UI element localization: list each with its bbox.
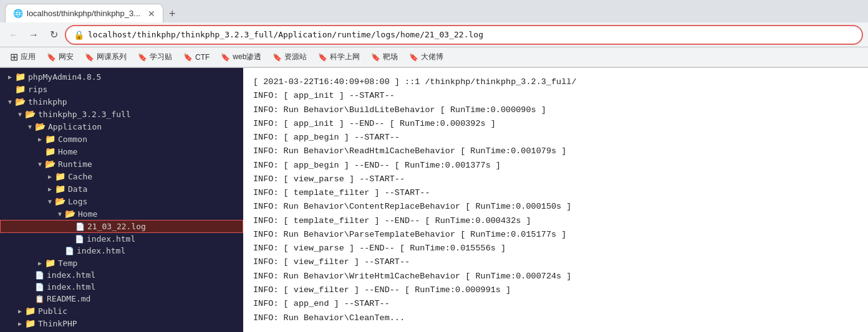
log-line: INFO: [ template_filter ] --START--: [253, 186, 858, 200]
tree-item-common[interactable]: ▶ 📁 Common: [0, 133, 243, 145]
label-home: Home: [58, 147, 77, 156]
bookmark-ctf[interactable]: 🔖 CTF: [178, 51, 215, 64]
folder-icon-target: 🔖: [371, 53, 380, 62]
back-button[interactable]: ←: [5, 26, 22, 44]
tab-label: localhost/thinkphp/thinkphp_3...: [27, 9, 140, 18]
tree-item-temp[interactable]: ▶ 📁 Temp: [0, 257, 243, 269]
folder-icon-temp: 📁: [45, 258, 55, 268]
folder-icon-runtime: 📂: [45, 159, 55, 169]
folder-icon-home: 📁: [45, 146, 55, 156]
tree-item-public[interactable]: ▶ 📁 Public: [0, 305, 243, 317]
address-url: localhost/thinkphp/thinkphp_3.2.3_full/A…: [88, 30, 483, 39]
bookmark-websec-label: 网安: [59, 52, 74, 62]
log-line: INFO: [ app_begin ] --END-- [ RunTime:0.…: [253, 159, 858, 173]
bookmark-vpn[interactable]: 🔖 科学上网: [313, 50, 365, 64]
tree-item-logs-home[interactable]: ▼ 📂 Home: [0, 207, 243, 220]
log-line: INFO: [ template_filter ] --END-- [ RunT…: [253, 214, 858, 228]
bookmark-webpen[interactable]: 🔖 web渗透: [216, 50, 266, 64]
folder-icon-thinkphp323: 📂: [25, 109, 36, 119]
arrow-runtime: ▼: [35, 161, 45, 168]
label-cache: Cache: [68, 172, 92, 181]
active-tab[interactable]: 🌐 localhost/thinkphp/thinkphp_3... ✕: [5, 4, 163, 22]
tree-item-runtime[interactable]: ▼ 📂 Runtime: [0, 158, 243, 170]
tree-item-application[interactable]: ▼ 📂 Application: [0, 120, 243, 133]
bookmark-master[interactable]: 🔖 大佬博: [404, 50, 448, 64]
arrow-cache: ▶: [45, 173, 55, 180]
log-line: INFO: Run Behavior\WriteHtmlCacheBehavio…: [253, 270, 858, 283]
address-bar[interactable]: 🔒 localhost/thinkphp/thinkphp_3.2.3_full…: [65, 25, 863, 45]
tree-item-thinkphp[interactable]: ▼ 📂 thinkphp: [0, 95, 243, 108]
tree-item-index-app2[interactable]: 📄 index.html: [0, 281, 243, 293]
label-common: Common: [58, 135, 87, 144]
forward-button[interactable]: →: [25, 26, 42, 44]
tab-close-button[interactable]: ✕: [148, 9, 155, 19]
label-index-logs: index.html: [77, 246, 125, 255]
log-content-area[interactable]: [ 2021-03-22T16:40:09+08:00 ] ::1 /think…: [243, 68, 868, 332]
arrow-logs: ▼: [45, 198, 55, 205]
label-index-home: index.html: [87, 234, 135, 244]
bookmark-study[interactable]: 🔖 学习贴: [133, 50, 177, 64]
log-line: INFO: [ app_end ] --START--: [253, 297, 858, 311]
tree-item-data[interactable]: ▶ 📁 Data: [0, 183, 243, 195]
tree-item-rips[interactable]: 📁 rips: [0, 83, 243, 95]
label-index-app1: index.html: [47, 270, 95, 280]
label-temp: Temp: [58, 258, 77, 268]
tree-item-readme[interactable]: 📋 README.md: [0, 293, 243, 305]
folder-icon-logs-home: 📂: [65, 209, 75, 219]
tree-item-logs[interactable]: ▼ 📂 Logs: [0, 195, 243, 207]
log-line: INFO: Run Behavior\CleanTem...: [253, 311, 858, 325]
bookmark-resources[interactable]: 🔖 资源站: [268, 50, 312, 64]
arrow-data: ▶: [45, 186, 55, 192]
label-readme: README.md: [47, 294, 90, 303]
arrow-phpmyadmin: ▶: [5, 74, 15, 80]
bookmark-courses[interactable]: 🔖 网课系列: [80, 50, 132, 64]
folder-icon-thinkphp: 📂: [15, 97, 26, 107]
tree-item-logfile[interactable]: 📄 21_03_22.log: [0, 220, 243, 233]
folder-icon-common: 📁: [45, 134, 55, 144]
log-line: INFO: [ view_filter ] --START--: [253, 255, 858, 269]
label-thinkphp: thinkphp: [28, 97, 67, 107]
folder-icon-courses: 🔖: [85, 53, 94, 62]
tree-item-home[interactable]: 📁 Home: [0, 145, 243, 158]
log-line: INFO: Run Behavior\ParseTemplateBehavior…: [253, 228, 858, 242]
label-rips: rips: [28, 85, 47, 94]
folder-icon-webpen: 🔖: [221, 53, 230, 62]
label-data: Data: [68, 184, 87, 194]
log-line: INFO: [ view_parse ] --START--: [253, 173, 858, 186]
folder-icon-logs: 📂: [55, 196, 65, 206]
arrow-public: ▶: [15, 308, 25, 315]
tree-item-phpmyadmin[interactable]: ▶ 📁 phpMyAdmin4.8.5: [0, 70, 243, 83]
bookmark-resources-label: 资源站: [284, 52, 307, 62]
folder-icon-cache: 📁: [55, 171, 65, 181]
log-line: INFO: [ app_begin ] --START--: [253, 131, 858, 145]
tree-item-index-app1[interactable]: 📄 index.html: [0, 269, 243, 281]
arrow-thinkphplib: ▶: [15, 320, 25, 327]
bookmark-apps-label: 应用: [21, 52, 36, 62]
label-thinkphp323: thinkphp_3.2.3_full: [38, 110, 131, 119]
tree-item-cache[interactable]: ▶ 📁 Cache: [0, 170, 243, 183]
folder-icon-study: 🔖: [138, 53, 147, 62]
bookmark-courses-label: 网课系列: [97, 52, 127, 62]
bookmark-websec[interactable]: 🔖 网安: [42, 50, 79, 64]
bookmark-master-label: 大佬博: [421, 52, 443, 62]
bookmark-target-label: 靶场: [383, 52, 398, 62]
html-file-icon-3: 📄: [35, 271, 44, 280]
new-tab-button[interactable]: +: [163, 5, 181, 22]
file-tree-sidebar[interactable]: ▶ 📁 phpMyAdmin4.8.5 📁 rips ▼ 📂 thinkphp …: [0, 68, 243, 332]
label-thinkphplib: ThinkPHP: [38, 319, 77, 328]
folder-icon-application: 📂: [35, 121, 46, 131]
arrow-temp: ▶: [35, 260, 45, 267]
folder-icon-vpn: 🔖: [318, 53, 327, 62]
browser-chrome: 🌐 localhost/thinkphp/thinkphp_3... ✕ + ←…: [0, 0, 868, 68]
tree-item-thinkphplib[interactable]: ▶ 📁 ThinkPHP: [0, 317, 243, 330]
folder-icon-data: 📁: [55, 184, 65, 194]
bookmark-apps[interactable]: ⊞ 应用: [5, 49, 41, 65]
tree-item-thinkphp323[interactable]: ▼ 📂 thinkphp_3.2.3_full: [0, 108, 243, 120]
tree-item-index-logs[interactable]: 📄 index.html: [0, 245, 243, 257]
tree-item-index-home[interactable]: 📄 index.html: [0, 233, 243, 245]
bookmark-target[interactable]: 🔖 靶场: [366, 50, 403, 64]
log-file-icon: 📄: [75, 222, 85, 231]
refresh-button[interactable]: ↻: [45, 26, 62, 44]
log-line: INFO: Run Behavior\BuildLiteBehavior [ R…: [253, 103, 858, 117]
folder-icon-public: 📁: [25, 306, 36, 316]
